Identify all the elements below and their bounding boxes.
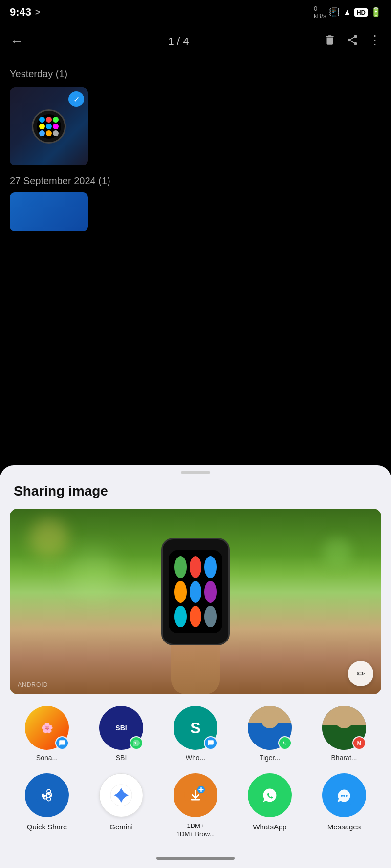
contact-name-2: SBI [116, 754, 127, 762]
delete-button[interactable] [324, 34, 336, 49]
contact-name-4: Tiger... [260, 754, 280, 762]
whatsapp-icon [248, 773, 292, 817]
sheet-title: Sharing image [0, 483, 391, 509]
selected-check: ✓ [68, 91, 84, 107]
status-bar: 9:43 >_ 0kB/s 📳 ▲ HD 🔋 [0, 0, 391, 24]
contact-badge-1 [55, 736, 69, 750]
gallery-thumbnail-2[interactable] [10, 192, 88, 231]
contact-avatar-5: M [322, 706, 366, 750]
gemini-icon [99, 773, 143, 817]
app-item-whatsapp[interactable]: WhatsApp [233, 773, 307, 839]
contact-name-5: Bharat... [331, 754, 357, 762]
image-preview: ✏ ANDROID [10, 509, 381, 694]
vibrate-icon: 📳 [329, 7, 340, 18]
share-button[interactable] [346, 34, 359, 49]
app-label-1dm: 1DM+1DM+ Brow... [176, 822, 215, 839]
app-item-1dm[interactable]: 1DM+1DM+ Brow... [158, 773, 233, 839]
contact-item-4[interactable]: Tiger... [233, 706, 307, 762]
contact-name-1: Sona... [36, 754, 58, 762]
contact-badge-2 [130, 736, 143, 750]
gallery-area: Yesterday (1) [0, 59, 391, 231]
home-indicator [0, 848, 391, 868]
contact-avatar-2: SBI [99, 706, 143, 750]
gallery-date-1: Yesterday (1) [10, 68, 381, 80]
app-label-messages: Messages [327, 822, 361, 832]
back-button[interactable]: ← [10, 34, 23, 49]
app-item-gemini[interactable]: Gemini [84, 773, 158, 839]
status-time: 9:43 [10, 6, 31, 19]
toolbar: ← 1 / 4 ⋮ [0, 24, 391, 59]
image-counter: 1 / 4 [33, 35, 324, 48]
apps-row: Quick Share Gemini [0, 773, 391, 848]
app-item-messages[interactable]: Messages [307, 773, 381, 839]
sheet-handle [181, 471, 210, 474]
quick-share-icon [25, 773, 69, 817]
contact-avatar-1: 🌸 [25, 706, 69, 750]
network-speed: 0kB/s [314, 5, 326, 20]
bottom-sheet: Sharing image [0, 465, 391, 868]
svg-point-12 [346, 795, 348, 797]
more-button[interactable]: ⋮ [369, 34, 381, 49]
home-bar [156, 857, 235, 860]
status-time-group: 9:43 >_ [10, 6, 45, 19]
app-item-quickshare[interactable]: Quick Share [10, 773, 84, 839]
terminal-icon: >_ [35, 7, 45, 18]
preview-watermark: ANDROID [18, 682, 48, 688]
contact-item-5[interactable]: M Bharat... [307, 706, 381, 762]
svg-rect-6 [191, 799, 200, 801]
svg-point-10 [341, 795, 343, 797]
contacts-row: 🌸 Sona... SBI SBI S [0, 706, 391, 773]
battery-icon: 🔋 [370, 7, 381, 18]
1dm-icon [174, 773, 217, 817]
app-label-gemini: Gemini [109, 822, 133, 832]
gallery-thumbnail-1[interactable]: ✓ [10, 87, 88, 165]
wifi-icon: ▲ [343, 7, 351, 18]
svg-point-11 [343, 795, 345, 797]
contact-item-1[interactable]: 🌸 Sona... [10, 706, 84, 762]
toolbar-actions: ⋮ [324, 34, 381, 49]
status-icons: 0kB/s 📳 ▲ HD 🔋 [314, 5, 381, 20]
app-label-whatsapp: WhatsApp [253, 822, 286, 832]
contact-avatar-4 [248, 706, 292, 750]
contact-badge-3 [204, 736, 217, 750]
messages-icon [322, 773, 366, 817]
contact-name-3: Who... [186, 754, 205, 762]
contact-item-3[interactable]: S Who... [158, 706, 233, 762]
contact-item-2[interactable]: SBI SBI [84, 706, 158, 762]
contact-avatar-3: S [174, 706, 217, 750]
hd-badge: HD [354, 8, 368, 17]
app-label-quickshare: Quick Share [27, 822, 67, 832]
gallery-date-2: 27 September 2024 (1) [10, 175, 381, 186]
edit-button[interactable]: ✏ [348, 661, 373, 686]
